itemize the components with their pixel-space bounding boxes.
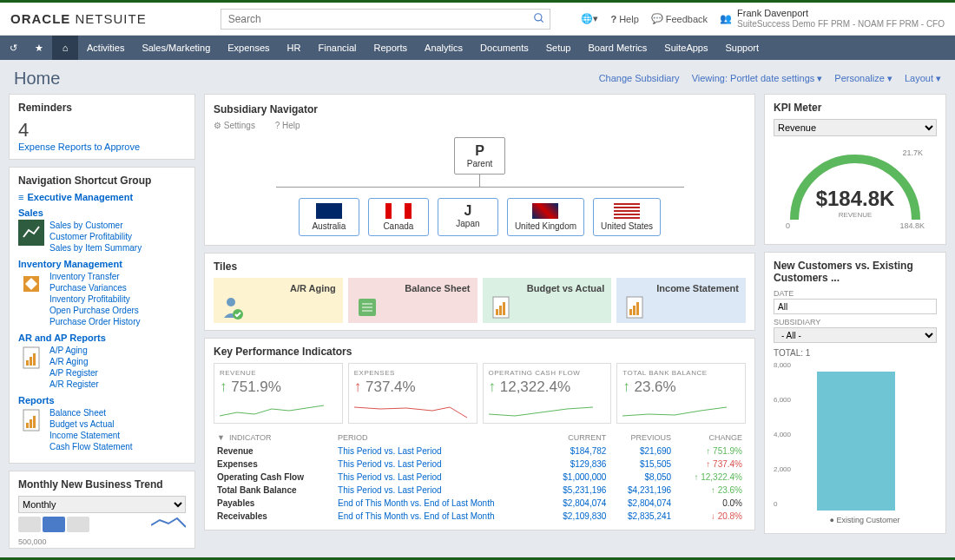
search-input[interactable]	[221, 9, 550, 30]
user-menu[interactable]: 👥 Frank Davenport SuiteSuccess Demo FF P…	[720, 8, 945, 30]
svg-rect-20	[499, 306, 502, 315]
link-bva[interactable]: Budget vs Actual	[49, 418, 133, 430]
org-australia[interactable]: Australia	[299, 198, 359, 236]
table-row[interactable]: ReceivablesEnd of This Month vs. End of …	[214, 510, 746, 523]
svg-rect-23	[629, 309, 632, 315]
tiles-portlet: Tiles A/R Aging Balance Sheet Budget vs …	[204, 253, 755, 331]
trend-btn-2[interactable]	[43, 517, 65, 532]
link-sales-cust[interactable]: Sales by Customer	[49, 220, 142, 231]
nc-total: TOTAL: 1	[774, 348, 937, 358]
tile-balance-sheet[interactable]: Balance Sheet	[348, 278, 478, 323]
personalize[interactable]: Personalize ▾	[834, 73, 892, 84]
nav-hr[interactable]: HR	[279, 36, 310, 60]
ledger-icon	[355, 295, 379, 320]
nc-title: New Customers vs. Existing Customers ...	[774, 260, 937, 284]
trend-btn-3[interactable]	[67, 517, 89, 532]
subnav-settings[interactable]: ⚙ Settings	[214, 121, 264, 130]
top-bar: ORACLE NETSUITE 🌐▾ ? Help 💬 Feedback 👥 F…	[0, 3, 955, 36]
change-subsidiary[interactable]: Change Subsidiary	[599, 73, 680, 84]
tile-ar-aging[interactable]: A/R Aging	[214, 278, 343, 323]
link-bs[interactable]: Balance Sheet	[49, 407, 133, 418]
grp-reports: Reports	[18, 395, 186, 405]
link-inv-prof[interactable]: Inventory Profitability	[49, 293, 140, 305]
org-uk[interactable]: United Kingdom	[507, 198, 584, 236]
table-row[interactable]: Operating Cash FlowThis Period vs. Last …	[214, 471, 746, 484]
link-sales-item[interactable]: Sales by Item Summary	[49, 242, 142, 254]
home-icon[interactable]: ⌂	[52, 36, 78, 60]
svg-rect-21	[503, 302, 505, 315]
table-row[interactable]: ExpensesThis Period vs. Last Period$129,…	[214, 458, 746, 471]
kpi-ocf[interactable]: OPERATING CASH FLOW ↑ 12,322.4%	[483, 363, 612, 424]
svg-rect-25	[636, 302, 639, 315]
date-lbl: DATE	[774, 289, 937, 298]
date-input[interactable]	[774, 299, 937, 314]
trend-period-select[interactable]: Monthly	[18, 496, 186, 513]
table-row[interactable]: Total Bank BalanceThis Period vs. Last P…	[214, 484, 746, 497]
star-icon[interactable]: ★	[26, 36, 52, 60]
link-cust-prof[interactable]: Customer Profitability	[49, 231, 142, 242]
trend-title: Monthly New Business Trend	[18, 478, 186, 491]
nav-support[interactable]: Support	[716, 36, 767, 60]
link-ar-aging[interactable]: A/R Aging	[49, 356, 99, 367]
meter-title: KPI Meter	[774, 102, 937, 114]
subnav-help[interactable]: ? Help	[275, 121, 309, 130]
table-row[interactable]: RevenueThis Period vs. Last Period$184,7…	[214, 445, 746, 458]
kpi-title: Key Performance Indicators	[214, 346, 746, 358]
link-cfs[interactable]: Cash Flow Statement	[49, 441, 133, 452]
nc-xlabel: ● Existing Customer	[817, 516, 912, 524]
nav-financial[interactable]: Financial	[309, 36, 365, 60]
tile-income[interactable]: Income Statement	[616, 278, 746, 323]
table-row[interactable]: PayablesEnd of This Month vs. End of Las…	[214, 497, 746, 510]
search-icon[interactable]	[533, 12, 545, 24]
subsidiary-navigator: Subsidiary Navigator ⚙ Settings ? Help P…	[204, 94, 755, 246]
org-canada[interactable]: Canada	[368, 198, 429, 236]
link-ap-aging[interactable]: A/P Aging	[49, 345, 99, 356]
feedback-link[interactable]: 💬 Feedback	[651, 13, 708, 24]
globe-icon[interactable]: 🌐▾	[581, 13, 598, 24]
link-ap-reg[interactable]: A/P Register	[49, 367, 99, 379]
nav-activities[interactable]: Activities	[78, 36, 133, 60]
org-japan[interactable]: JJapan	[438, 198, 498, 236]
nav-board[interactable]: Board Metrics	[579, 36, 655, 60]
viewing-settings[interactable]: Viewing: Portlet date settings ▾	[692, 73, 823, 84]
gauge: $184.8K REVENUE 0 184.8K 21.7K	[774, 142, 937, 237]
meter-select[interactable]: Revenue	[774, 119, 937, 136]
page-title: Home	[14, 69, 60, 89]
reminders-link[interactable]: Expense Reports to Approve	[18, 142, 140, 152]
link-purch-var[interactable]: Purchase Variances	[49, 282, 140, 293]
trend-spark-icon	[151, 517, 186, 530]
recent-icon[interactable]: ↺	[0, 36, 26, 60]
reminders-title: Reminders	[18, 102, 186, 114]
reports-icon	[18, 345, 44, 371]
help-link[interactable]: ? Help	[610, 14, 638, 24]
link-ar-reg[interactable]: A/R Register	[49, 379, 99, 390]
link-open-po[interactable]: Open Purchase Orders	[49, 305, 140, 316]
svg-line-1	[540, 19, 543, 22]
nav-suiteapps[interactable]: SuiteApps	[655, 36, 716, 60]
nav-sales[interactable]: Sales/Marketing	[133, 36, 219, 60]
link-is[interactable]: Income Statement	[49, 430, 133, 441]
nav-expenses[interactable]: Expenses	[219, 36, 278, 60]
logo: ORACLE NETSUITE	[10, 11, 147, 26]
layout[interactable]: Layout ▾	[905, 73, 941, 84]
grp-sales: Sales	[18, 208, 186, 218]
exec-mgmt[interactable]: ≡ Executive Management	[18, 192, 186, 202]
kpi-meter-portlet: KPI Meter Revenue $184.8K REVENUE 0 184.…	[764, 94, 946, 245]
link-inv-transfer[interactable]: Inventory Transfer	[49, 271, 140, 282]
kpi-expenses[interactable]: EXPENSES ↑ 737.4%	[348, 363, 478, 424]
nav-documents[interactable]: Documents	[471, 36, 537, 60]
gauge-max: 184.8K	[899, 221, 925, 230]
nav-reports[interactable]: Reports	[366, 36, 417, 60]
kpi-bank[interactable]: TOTAL BANK BALANCE ↑ 23.6%	[616, 363, 746, 424]
kpi-revenue[interactable]: REVENUE ↑ 751.9%	[214, 363, 343, 424]
tile-budget[interactable]: Budget vs Actual	[483, 278, 612, 323]
org-parent[interactable]: P Parent	[454, 137, 505, 175]
gauge-tick: 21.7K	[902, 148, 923, 157]
user-icon: 👥	[720, 13, 732, 24]
nav-analytics[interactable]: Analytics	[416, 36, 471, 60]
subsidiary-select[interactable]: - All -	[774, 327, 937, 343]
link-po-hist[interactable]: Purchase Order History	[49, 316, 140, 327]
nav-setup[interactable]: Setup	[537, 36, 580, 60]
org-us[interactable]: United States	[593, 198, 661, 236]
trend-btn-1[interactable]	[18, 517, 41, 532]
